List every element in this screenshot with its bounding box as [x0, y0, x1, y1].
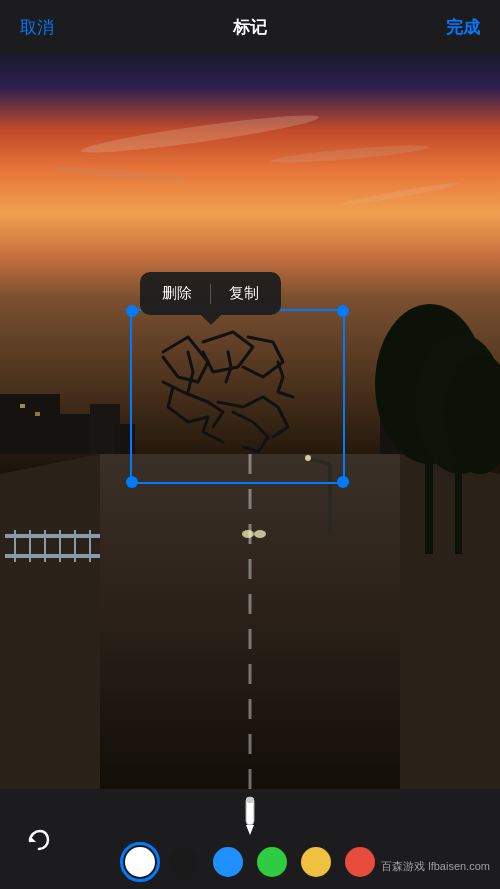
page-title: 标记	[233, 16, 267, 39]
color-black[interactable]	[169, 847, 199, 877]
svg-rect-31	[425, 454, 433, 554]
cancel-button[interactable]: 取消	[20, 16, 54, 39]
top-bar: 取消 标记 完成	[0, 0, 500, 54]
svg-rect-17	[0, 394, 60, 454]
handle-bottom-right[interactable]	[337, 476, 349, 488]
color-white[interactable]	[125, 847, 155, 877]
svg-rect-24	[20, 404, 25, 408]
svg-marker-8	[400, 454, 500, 789]
svg-rect-25	[35, 412, 40, 416]
svg-rect-9	[5, 534, 100, 538]
svg-rect-18	[55, 414, 95, 454]
svg-marker-38	[30, 836, 36, 842]
selection-box[interactable]	[130, 309, 345, 484]
copy-button[interactable]: 复制	[211, 280, 277, 307]
svg-point-36	[242, 530, 254, 538]
pen-tool[interactable]	[232, 799, 268, 835]
bottom-toolbar	[0, 789, 500, 889]
undo-button[interactable]	[20, 823, 56, 859]
handle-top-right[interactable]	[337, 305, 349, 317]
svg-rect-10	[5, 554, 100, 558]
color-yellow[interactable]	[301, 847, 331, 877]
svg-marker-40	[246, 825, 254, 835]
handle-bottom-left[interactable]	[126, 476, 138, 488]
toolbar-tools	[0, 789, 500, 841]
svg-point-37	[254, 530, 266, 538]
svg-rect-32	[455, 464, 462, 554]
handle-top-left[interactable]	[126, 305, 138, 317]
context-menu: 删除 复制	[140, 272, 281, 315]
done-button[interactable]: 完成	[446, 16, 480, 39]
svg-rect-41	[246, 797, 254, 803]
delete-button[interactable]: 删除	[144, 280, 210, 307]
color-red[interactable]	[345, 847, 375, 877]
color-green[interactable]	[257, 847, 287, 877]
watermark: 百森游戏 lfbaisen.com	[381, 859, 490, 874]
color-blue[interactable]	[213, 847, 243, 877]
canvas-area[interactable]: 删除 复制	[0, 54, 500, 789]
svg-marker-7	[0, 454, 100, 789]
